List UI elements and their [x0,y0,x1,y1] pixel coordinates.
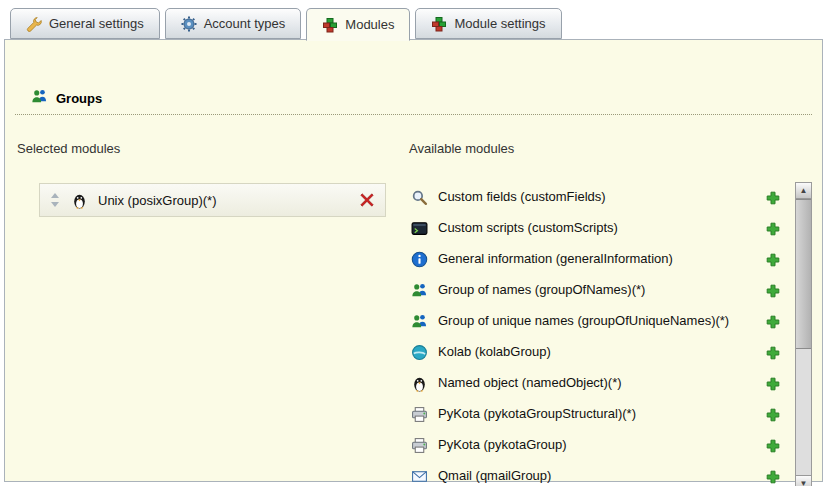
selected-modules-column: Selected modules Unix (posixGroup)(*) [9,141,401,486]
script-icon [411,220,428,237]
wrench-icon [26,16,42,32]
penguin-icon [411,375,428,392]
envelope-icon [411,468,428,485]
add-module-button[interactable] [765,190,781,206]
scroll-down-button[interactable]: ▼ [796,475,811,486]
tab-label: Modules [345,17,394,32]
add-module-button[interactable] [765,252,781,268]
add-module-button[interactable] [765,469,781,485]
groups-icon [411,282,428,299]
tab-general-settings[interactable]: General settings [10,8,160,39]
printer-icon [411,437,428,454]
module-label: Named object (namedObject)(*) [438,375,736,391]
tab-label: Module settings [454,16,545,31]
add-module-button[interactable] [765,221,781,237]
modules-columns: Selected modules Unix (posixGroup)(*) Av… [5,141,822,486]
module-label: Custom scripts (customScripts) [438,220,736,236]
content-panel: Groups Selected modules Unix (posixGroup… [4,39,823,482]
module-label: Kolab (kolabGroup) [438,344,736,360]
scrollbar[interactable]: ▲ ▼ [795,182,812,486]
add-module-button[interactable] [765,283,781,299]
scrollbar-thumb[interactable] [796,199,811,349]
page-title: Groups [31,88,822,108]
tab-bar: General settings Account types Modules M… [10,8,562,41]
tab-label: General settings [49,16,144,31]
tab-modules[interactable]: Modules [306,8,410,41]
available-module-row: PyKota (pykotaGroupStructural)(*) [401,399,787,430]
available-module-row: General information (generalInformation) [401,244,787,275]
module-label: Custom fields (customFields) [438,189,736,205]
tab-label: Account types [204,16,286,31]
available-module-row: Group of unique names (groupOfUniqueName… [401,306,787,337]
available-module-row: Named object (namedObject)(*) [401,368,787,399]
info-icon [411,251,428,268]
available-module-row: Custom fields (customFields) [401,182,787,213]
divider [15,114,812,115]
selected-module-row[interactable]: Unix (posixGroup)(*) [39,183,386,217]
drag-handle-icon[interactable] [50,192,61,208]
available-module-row: Qmail (qmailGroup) [401,461,787,486]
available-modules-list: Custom fields (customFields) Custom scri… [401,182,787,486]
remove-module-button[interactable] [359,192,375,208]
modules-icon [322,17,338,33]
available-modules-column: Available modules Custom fields (customF… [401,141,812,486]
module-label: Qmail (qmailGroup) [438,468,736,484]
printer-icon [411,406,428,423]
penguin-icon [71,192,88,209]
groups-icon [31,88,48,108]
available-module-row: Group of names (groupOfNames)(*) [401,275,787,306]
gear-icon [181,16,197,32]
add-module-button[interactable] [765,345,781,361]
available-module-row: Custom scripts (customScripts) [401,213,787,244]
module-label: PyKota (pykotaGroupStructural)(*) [438,406,736,422]
tab-account-types[interactable]: Account types [165,8,302,39]
tab-module-settings[interactable]: Module settings [415,8,561,39]
add-module-button[interactable] [765,376,781,392]
available-module-row: Kolab (kolabGroup) [401,337,787,368]
available-module-row: PyKota (pykotaGroup) [401,430,787,461]
available-modules-title: Available modules [409,141,812,156]
module-label: PyKota (pykotaGroup) [438,437,736,453]
module-label: Group of unique names (groupOfUniqueName… [438,313,736,329]
module-label: General information (generalInformation) [438,251,736,267]
magnifier-icon [411,189,428,206]
kolab-icon [411,344,428,361]
selected-modules-title: Selected modules [17,141,401,156]
module-label: Group of names (groupOfNames)(*) [438,282,736,298]
scroll-up-button[interactable]: ▲ [796,183,811,199]
modules-icon [431,16,447,32]
page-title-label: Groups [56,91,102,106]
module-label: Unix (posixGroup)(*) [98,193,349,208]
add-module-button[interactable] [765,438,781,454]
groups-icon [411,313,428,330]
add-module-button[interactable] [765,314,781,330]
add-module-button[interactable] [765,407,781,423]
